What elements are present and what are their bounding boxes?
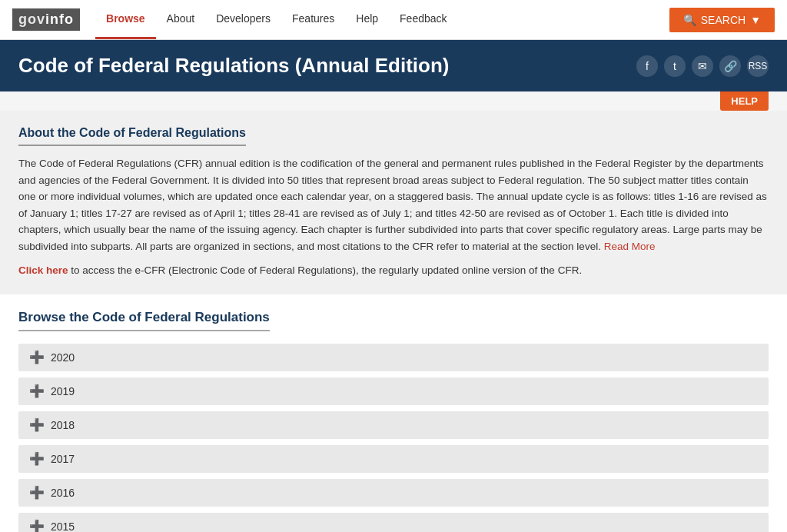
about-section: About the Code of Federal Regulations Th… bbox=[0, 111, 787, 294]
logo[interactable]: govinfo bbox=[12, 8, 80, 31]
browse-section: Browse the Code of Federal Regulations ➕… bbox=[0, 294, 787, 532]
nav-developers[interactable]: Developers bbox=[205, 0, 281, 39]
year-label: 2019 bbox=[51, 385, 75, 397]
page-title: Code of Federal Regulations (Annual Edit… bbox=[18, 54, 449, 78]
help-area: HELP bbox=[0, 91, 787, 111]
year-label: 2017 bbox=[51, 453, 75, 465]
nav-feedback[interactable]: Feedback bbox=[389, 0, 457, 39]
year-item[interactable]: ➕2020 bbox=[18, 344, 769, 371]
nav-links: Browse About Developers Features Help Fe… bbox=[95, 0, 669, 39]
browse-title: Browse the Code of Federal Regulations bbox=[18, 310, 270, 331]
year-label: 2015 bbox=[51, 520, 75, 532]
read-more-link[interactable]: Read More bbox=[604, 241, 656, 252]
email-icon[interactable]: ✉ bbox=[692, 55, 713, 77]
year-item[interactable]: ➕2015 bbox=[18, 513, 769, 532]
nav-features[interactable]: Features bbox=[281, 0, 345, 39]
about-title: About the Code of Federal Regulations bbox=[18, 126, 246, 146]
nav-browse[interactable]: Browse bbox=[95, 0, 156, 39]
nav-about[interactable]: About bbox=[156, 0, 206, 39]
year-list: ➕2020➕2019➕2018➕2017➕2016➕2015 bbox=[18, 344, 769, 532]
navbar: govinfo Browse About Developers Features… bbox=[0, 0, 787, 40]
link-icon[interactable]: 🔗 bbox=[719, 55, 741, 77]
twitter-icon[interactable]: t bbox=[664, 55, 686, 77]
year-item[interactable]: ➕2018 bbox=[18, 411, 769, 439]
year-label: 2018 bbox=[51, 419, 75, 431]
rss-icon[interactable]: RSS bbox=[747, 55, 769, 77]
chevron-down-icon: ▼ bbox=[750, 14, 761, 26]
search-icon: 🔍 bbox=[683, 14, 696, 26]
page-header: Code of Federal Regulations (Annual Edit… bbox=[0, 40, 787, 91]
help-button[interactable]: HELP bbox=[720, 91, 769, 111]
expand-icon: ➕ bbox=[29, 453, 45, 465]
year-label: 2016 bbox=[51, 487, 75, 499]
expand-icon: ➕ bbox=[29, 520, 45, 532]
year-label: 2020 bbox=[51, 351, 75, 364]
nav-help[interactable]: Help bbox=[345, 0, 389, 39]
search-button[interactable]: 🔍 SEARCH ▼ bbox=[669, 8, 775, 32]
expand-icon: ➕ bbox=[29, 419, 45, 431]
year-item[interactable]: ➕2017 bbox=[18, 445, 769, 473]
facebook-icon[interactable]: f bbox=[636, 55, 658, 77]
expand-icon: ➕ bbox=[29, 385, 45, 397]
ecfr-link[interactable]: Click here bbox=[18, 264, 68, 276]
expand-icon: ➕ bbox=[29, 351, 45, 364]
about-body: The Code of Federal Regulations (CFR) an… bbox=[18, 155, 769, 255]
social-icons: f t ✉ 🔗 RSS bbox=[636, 55, 769, 77]
expand-icon: ➕ bbox=[29, 487, 45, 499]
year-item[interactable]: ➕2019 bbox=[18, 377, 769, 405]
year-item[interactable]: ➕2016 bbox=[18, 479, 769, 507]
ecfr-paragraph: Click here to access the e-CFR (Electron… bbox=[18, 264, 769, 276]
